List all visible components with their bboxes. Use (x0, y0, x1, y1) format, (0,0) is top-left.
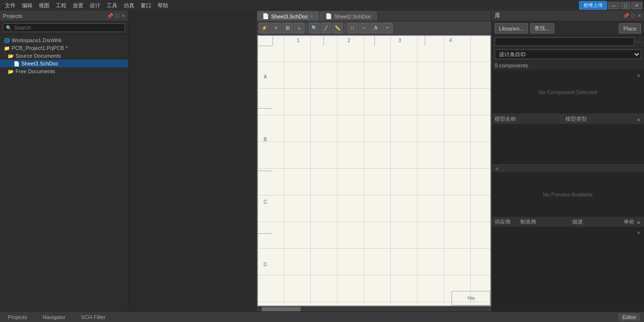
row-label-b: B (258, 108, 273, 171)
library-title: 库 (495, 12, 500, 20)
projects-panel-header: Projects 📌 ⬡ ✕ (0, 11, 128, 21)
search-bar-container: 🔍 (0, 21, 128, 34)
top-right-controls: 抢维上传 — □ ✕ (577, 0, 644, 11)
menu-project[interactable]: 工程 (53, 1, 69, 10)
bottom-tab-navigator[interactable]: Navigator (39, 313, 69, 321)
free-docs-icon: 📂 (8, 69, 14, 74)
row-label-d: D (258, 233, 273, 296)
title-block: Title (451, 291, 490, 306)
tree-item-pcbproject[interactable]: 📁 PCB_Project1.PrjPCB * (0, 44, 128, 52)
search-input[interactable] (3, 23, 125, 32)
place-button[interactable]: Place (619, 23, 641, 33)
free-docs-label: Free Documents (16, 68, 55, 74)
library-toolbar: Libraries... 查找... Place (492, 21, 644, 36)
lib-search-options[interactable]: ··· (636, 38, 641, 45)
source-docs-label: Source Documents (16, 53, 61, 59)
toolbar-sep1 (306, 24, 307, 32)
preview-section: ▲ No Preview Available (492, 164, 644, 217)
menu-view[interactable]: 视图 (36, 1, 52, 10)
document-tabs: 📄 Sheet3.SchDoc ✕ 📄 Sheet2.SchDoc (257, 11, 491, 21)
line-btn[interactable]: ╱ (321, 23, 331, 33)
measure-btn[interactable]: 📏 (332, 23, 343, 33)
zoom-btn[interactable]: 🔍 (309, 23, 320, 33)
search-icon: 🔍 (6, 25, 12, 31)
lib-filter-select[interactable]: 设计条目ID (495, 49, 641, 59)
projects-title: Projects (3, 13, 22, 19)
menu-tools[interactable]: 工具 (104, 1, 120, 10)
close-window-button[interactable]: ✕ (631, 2, 642, 9)
pcb-project-icon: 📁 (4, 46, 10, 51)
supplier-scroll-up[interactable]: ▲ (636, 229, 641, 235)
model-header: 模型名称 模型类型 ▲ (492, 114, 644, 125)
text-btn[interactable]: A (370, 23, 381, 33)
minimize-button[interactable]: — (608, 2, 620, 9)
add-wire-btn[interactable]: + (271, 23, 281, 33)
filter-tool-btn[interactable]: ⚡ (259, 23, 270, 33)
lib-pin-icon[interactable]: 📌 (623, 13, 629, 18)
model-type-col-header: 模型类型 (565, 115, 587, 123)
supplier-col4-header: 单价 (624, 218, 634, 225)
upload-button[interactable]: 抢维上传 (579, 1, 607, 10)
pin-icon[interactable]: 📌 (107, 13, 113, 18)
menu-place[interactable]: 放置 (70, 1, 86, 10)
editor-scrollbar-h[interactable] (257, 306, 491, 311)
bottom-statusbar: Projects Navigator SCH Filter Editor (0, 311, 644, 322)
model-name-col-header: 模型名称 (495, 115, 516, 123)
menu-help[interactable]: 帮助 (155, 1, 171, 10)
left-panel: Projects 📌 ⬡ ✕ 🔍 🌐 Workspace1.DsnWrk 📁 P… (0, 11, 129, 311)
tab-sheet3-icon: 📄 (262, 13, 269, 19)
menu-file[interactable]: 文件 (2, 1, 18, 10)
bottom-tab-sch-filter[interactable]: SCH Filter (77, 313, 110, 321)
tab-sheet2[interactable]: 📄 Sheet2.SchDoc (320, 11, 376, 21)
tree-item-sheet3[interactable]: 📄 Sheet3.SchDoc (0, 60, 128, 67)
maximize-button[interactable]: □ (621, 2, 630, 9)
sheet3-icon: 📄 (14, 61, 19, 66)
model-section-collapse[interactable]: ▲ (636, 116, 641, 122)
tree-item-source-docs[interactable]: 📂 Source Documents (0, 52, 128, 60)
tab-sheet3-close[interactable]: ✕ (310, 14, 314, 19)
supplier-col2-header: 制造商 (520, 218, 572, 225)
supplier-col3-header: 描述 (572, 218, 624, 225)
preview-area: No Preview Available (492, 173, 644, 216)
supplier-section: 供应商 制造商 描述 单价 ▲ ▲ (492, 217, 644, 311)
close-panel-icon[interactable]: ✕ (121, 13, 125, 18)
ellipse-btn[interactable]: ○ (359, 23, 370, 33)
project-tree: 🌐 Workspace1.DsnWrk 📁 PCB_Project1.PrjPC… (0, 34, 128, 311)
lib-search-row: ··· (492, 36, 644, 48)
rect-btn[interactable]: □ (347, 23, 358, 33)
supplier-col1-header: 供应商 (495, 218, 511, 225)
preview-header-scroll[interactable]: ▲ (495, 165, 499, 171)
preview-header: ▲ (492, 164, 644, 173)
tab-sheet3[interactable]: 📄 Sheet3.SchDoc ✕ (257, 11, 319, 21)
component-preview-area: ▲ No Component Selected (492, 70, 644, 114)
menu-edit[interactable]: 编辑 (19, 1, 35, 10)
tab-sheet2-icon: 📄 (325, 13, 332, 19)
libraries-button[interactable]: Libraries... (495, 23, 528, 33)
no-component-text: No Component Selected (539, 89, 597, 95)
power-btn[interactable]: ⏚ (294, 23, 305, 33)
schematic-border: 1 2 3 4 A B C D Title (257, 35, 491, 306)
schematic-canvas[interactable]: 1 2 3 4 A B C D Title (257, 35, 491, 306)
col-label-1: 1 (273, 36, 323, 46)
expand-icon[interactable]: ⬡ (115, 13, 119, 18)
pcb-project-label: PCB_Project1.PrjPCB * (12, 45, 68, 51)
bottom-tab-projects[interactable]: Projects (4, 313, 31, 321)
source-docs-icon: 📂 (8, 53, 14, 59)
preview-scroll-up[interactable]: ▲ (636, 72, 641, 78)
search-button[interactable]: 查找... (530, 23, 554, 33)
menu-window[interactable]: 窗口 (138, 1, 154, 10)
menu-design[interactable]: 设计 (87, 1, 103, 10)
grid-btn[interactable]: ⊞ (282, 23, 293, 33)
tab-sheet2-label: Sheet2.SchDoc (334, 14, 371, 19)
tree-item-workspace[interactable]: 🌐 Workspace1.DsnWrk (0, 36, 128, 44)
tree-item-free-docs[interactable]: 📂 Free Documents (0, 67, 128, 75)
lib-search-input[interactable] (495, 37, 634, 46)
lib-close-icon[interactable]: ✕ (637, 13, 641, 18)
no-preview-text: No Preview Available (543, 192, 593, 197)
editor-label: Editor (618, 313, 640, 321)
library-panel-header: 库 📌 ⬡ ✕ (492, 11, 644, 21)
supplier-collapse[interactable]: ▲ (636, 219, 641, 225)
symbol-btn[interactable]: ~ (382, 23, 393, 33)
menu-sim[interactable]: 仿真 (121, 1, 137, 10)
lib-expand-icon[interactable]: ⬡ (631, 13, 635, 18)
